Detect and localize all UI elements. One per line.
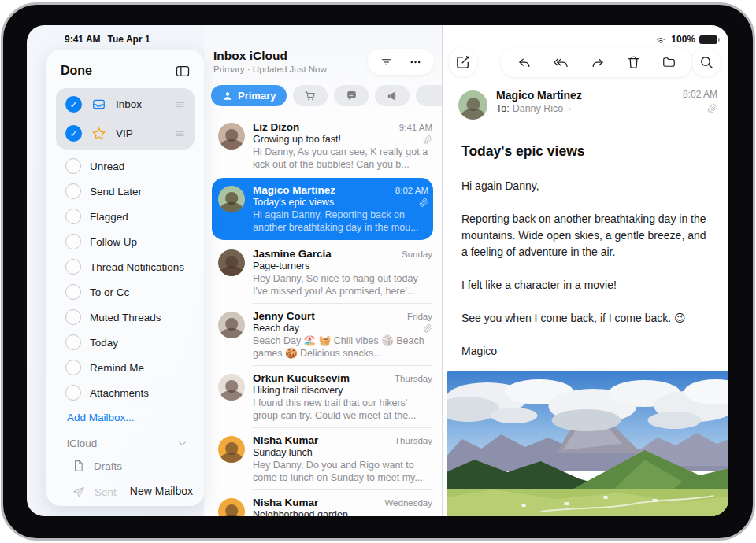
email-time: Thursday — [395, 436, 432, 445]
category-promotions[interactable] — [375, 85, 410, 106]
battery-icon — [699, 35, 717, 44]
sidebar-option-label: Remind Me — [90, 362, 188, 374]
category-primary[interactable]: Primary — [211, 85, 287, 106]
reply-icon[interactable] — [516, 55, 532, 70]
email-list: Liz Dizon 9:41 AM Growing up too fast! H… — [204, 115, 442, 516]
email-time: 8:02 AM — [395, 186, 428, 195]
sidebar-filter-option[interactable]: Remind Me — [54, 355, 196, 380]
sidebar-option-label: Send Later — [90, 186, 188, 198]
email-list-item[interactable]: Nisha Kumar Thursday Sunday lunch Hey Da… — [204, 428, 442, 490]
email-sender: Nisha Kumar — [253, 497, 318, 508]
email-body-paragraph: Reporting back on another breathtaking d… — [461, 211, 708, 260]
category-updates[interactable] — [334, 85, 369, 106]
account-label: iCloud — [67, 438, 97, 449]
avatar-magico-martinez — [458, 90, 487, 120]
sidebar-filter-option[interactable]: Follow Up — [54, 229, 196, 254]
compose-icon — [455, 54, 471, 70]
sidebar-option-label: Muted Threads — [90, 312, 188, 323]
folder-icon[interactable] — [661, 55, 677, 69]
drag-handle-icon[interactable] — [173, 129, 187, 139]
sidebar-option-label: Follow Up — [90, 236, 188, 248]
sidebar-toggle-icon[interactable] — [174, 64, 191, 79]
add-mailbox-link[interactable]: Add Mailbox... — [54, 405, 196, 427]
status-time: 9:41 AM — [65, 34, 101, 45]
drag-handle-icon[interactable] — [173, 100, 187, 109]
checkbox-unchecked-icon[interactable] — [65, 234, 81, 249]
checkbox-checked-icon[interactable]: ✓ — [65, 96, 82, 113]
email-preview: I found this new trail that our hikers' … — [253, 397, 432, 422]
sidebar-filter-option[interactable]: Attachments — [54, 380, 196, 405]
sidebar-item-label: Sent — [94, 486, 117, 498]
sender-avatar — [218, 186, 245, 212]
email-sender: Magico Martinez — [253, 184, 335, 196]
sidebar-filter-option[interactable]: To or Cc — [54, 279, 196, 305]
email-preview: Hi Danny, As you can see, K really got a… — [253, 146, 432, 171]
sidebar-filter-option[interactable]: Muted Threads — [54, 305, 196, 330]
chat-icon — [345, 90, 358, 102]
email-body-paragraph: See you when I come back, if I come back… — [461, 310, 708, 327]
done-button[interactable]: Done — [61, 64, 92, 78]
checkbox-unchecked-icon[interactable] — [65, 259, 81, 275]
sidebar-item-vip[interactable]: ✓ VIP — [56, 119, 195, 148]
search-icon — [699, 54, 714, 70]
sidebar-filter-option[interactable]: Flagged — [54, 204, 196, 229]
sidebar-filter-option[interactable]: Thread Notifications — [54, 254, 196, 279]
email-sender: Liz Dizon — [253, 121, 299, 133]
checkbox-unchecked-icon[interactable] — [65, 209, 81, 224]
email-sender: Jasmine Garcia — [253, 248, 332, 260]
compose-button[interactable] — [449, 48, 477, 76]
reply-all-icon[interactable] — [552, 55, 570, 70]
email-list-item[interactable]: Nisha Kumar Wednesday Neighborhood garde… — [204, 490, 442, 516]
sidebar-option-label: Unread — [90, 161, 188, 172]
message-list-column: Inbox iCloud Primary · Updated Just Now … — [204, 25, 442, 516]
email-list-item[interactable]: Jenny Court Friday Beach day Beach Day 🏖… — [204, 304, 442, 366]
sender-avatar — [218, 123, 245, 150]
detail-time: 8:02 AM — [683, 89, 717, 100]
more-options-icon[interactable] — [408, 56, 423, 68]
checkbox-unchecked-icon[interactable] — [65, 309, 81, 325]
sidebar-item-drafts[interactable]: Drafts — [54, 452, 196, 479]
checkbox-unchecked-icon[interactable] — [65, 360, 81, 375]
sidebar-filter-option[interactable]: Send Later — [54, 179, 196, 204]
email-preview: Hi again Danny, Reporting back on anothe… — [253, 209, 428, 234]
account-section-header[interactable]: iCloud — [54, 427, 196, 452]
new-mailbox-button[interactable]: New Mailbox — [130, 485, 193, 497]
paperclip-icon — [423, 323, 432, 334]
sidebar-item-inbox[interactable]: ✓ Inbox — [56, 90, 195, 119]
email-list-item[interactable]: Magico Martinez 8:02 AM Today's epic vie… — [212, 178, 433, 240]
forward-icon[interactable] — [590, 55, 606, 70]
sidebar-option-label: Thread Notifications — [90, 261, 188, 273]
attachment-photo[interactable] — [447, 371, 728, 516]
sidebar-filter-option[interactable]: Unread — [54, 153, 196, 179]
cart-icon — [303, 89, 317, 102]
checkbox-unchecked-icon[interactable] — [65, 385, 81, 401]
checkbox-unchecked-icon[interactable] — [65, 158, 81, 174]
page: 9:41 AM Tue Apr 1 100% Done ✓ — [0, 0, 756, 543]
checkbox-unchecked-icon[interactable] — [65, 334, 81, 350]
email-time: Sunday — [402, 249, 432, 259]
email-subject-line: Today's epic views — [253, 197, 334, 208]
email-sender: Jenny Court — [253, 310, 315, 322]
mailbox-sidebar: Done ✓ Inbox ✓ VIP — [46, 50, 204, 506]
email-list-item[interactable]: Orkun Kucuksevim Thursday Hiking trail d… — [204, 366, 442, 428]
search-button[interactable] — [692, 48, 721, 76]
sender-avatar — [218, 498, 245, 516]
sidebar-filter-option[interactable]: Today — [54, 330, 196, 355]
filter-icon[interactable] — [379, 56, 394, 68]
category-more[interactable] — [416, 85, 442, 106]
star-icon — [91, 126, 107, 142]
checkbox-unchecked-icon[interactable] — [65, 183, 81, 199]
sender-avatar — [218, 436, 245, 463]
checkbox-checked-icon[interactable]: ✓ — [65, 125, 82, 142]
trash-icon[interactable] — [626, 54, 641, 70]
recipient-name[interactable]: Danny Rico — [513, 103, 564, 114]
category-transactions[interactable] — [293, 85, 328, 106]
email-list-item[interactable]: Liz Dizon 9:41 AM Growing up too fast! H… — [204, 115, 442, 177]
message-detail-column: Magico Martinez To: Danny Rico 8:02 AM T… — [442, 25, 728, 516]
email-subject-line: Sunday lunch — [253, 447, 313, 458]
chevron-down-icon[interactable] — [176, 438, 188, 449]
email-body-paragraph: Magico — [461, 343, 708, 360]
detail-sender-name[interactable]: Magico Martinez — [496, 89, 582, 102]
checkbox-unchecked-icon[interactable] — [65, 284, 81, 300]
email-list-item[interactable]: Jasmine Garcia Sunday Page-turners Hey D… — [204, 242, 442, 304]
